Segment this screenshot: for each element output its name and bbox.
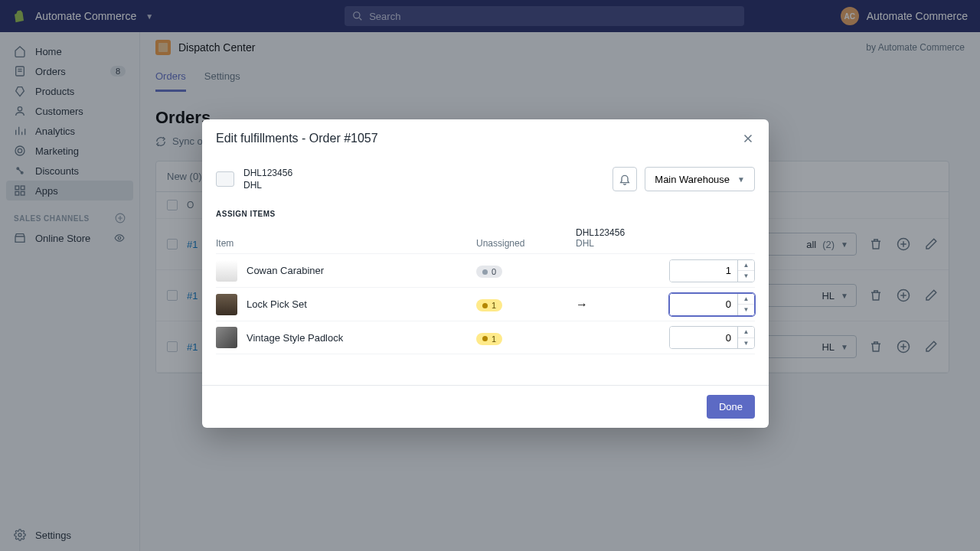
assign-item-row: Lock Pick Set 1 → ▲▼ — [216, 287, 755, 321]
carrier: DHL — [243, 179, 292, 191]
quantity-stepper[interactable]: ▲▼ — [669, 326, 755, 349]
notify-button[interactable] — [612, 167, 637, 191]
assign-header: Item Unassigned DHL123456 DHL — [216, 223, 755, 253]
modal-title: Edit fulfillments - Order #1057 — [216, 132, 378, 145]
unassigned-pill: 0 — [476, 266, 502, 278]
tracking-number: DHL123456 — [243, 167, 292, 179]
product-thumbnail — [216, 327, 237, 348]
quantity-input[interactable] — [670, 294, 737, 315]
col-tracking: DHL123456 — [576, 227, 755, 238]
edit-fulfillments-modal: Edit fulfillments - Order #1057 DHL12345… — [202, 119, 769, 428]
step-down[interactable]: ▼ — [738, 305, 754, 315]
assign-section-label: ASSIGN ITEMS — [216, 210, 755, 218]
arrow-right-icon: → — [576, 298, 588, 311]
product-name: Vintage Style Padlock — [247, 332, 343, 344]
warehouse-select[interactable]: Main Warehouse ▼ — [645, 167, 755, 191]
product-name: Cowan Carabiner — [247, 265, 324, 276]
quantity-stepper[interactable]: ▲▼ — [669, 293, 755, 316]
product-thumbnail — [216, 294, 237, 315]
step-up[interactable]: ▲ — [738, 260, 754, 272]
step-down[interactable]: ▼ — [738, 271, 754, 282]
package-icon — [216, 171, 234, 187]
chevron-down-icon: ▼ — [737, 175, 745, 184]
step-down[interactable]: ▼ — [738, 338, 754, 349]
done-button[interactable]: Done — [707, 395, 755, 419]
product-thumbnail — [216, 260, 237, 282]
fulfillment-summary: DHL123456 DHL Main Warehouse ▼ — [216, 161, 755, 202]
col-carrier: DHL — [576, 238, 755, 249]
col-unassigned: Unassigned — [476, 238, 576, 249]
quantity-stepper[interactable]: ▲▼ — [669, 259, 755, 282]
quantity-input[interactable] — [670, 260, 737, 282]
warehouse-label: Main Warehouse — [655, 174, 730, 185]
unassigned-pill: 1 — [476, 333, 502, 345]
assign-item-row: Vintage Style Padlock 1 ▲▼ — [216, 321, 755, 354]
col-item: Item — [216, 238, 476, 249]
assign-item-row: Cowan Carabiner 0 ▲▼ — [216, 253, 755, 287]
product-name: Lock Pick Set — [247, 298, 307, 310]
close-icon[interactable] — [741, 132, 755, 145]
step-up[interactable]: ▲ — [738, 327, 754, 338]
bell-icon — [619, 173, 631, 185]
quantity-input[interactable] — [670, 327, 737, 348]
step-up[interactable]: ▲ — [738, 294, 754, 305]
unassigned-pill: 1 — [476, 299, 502, 311]
